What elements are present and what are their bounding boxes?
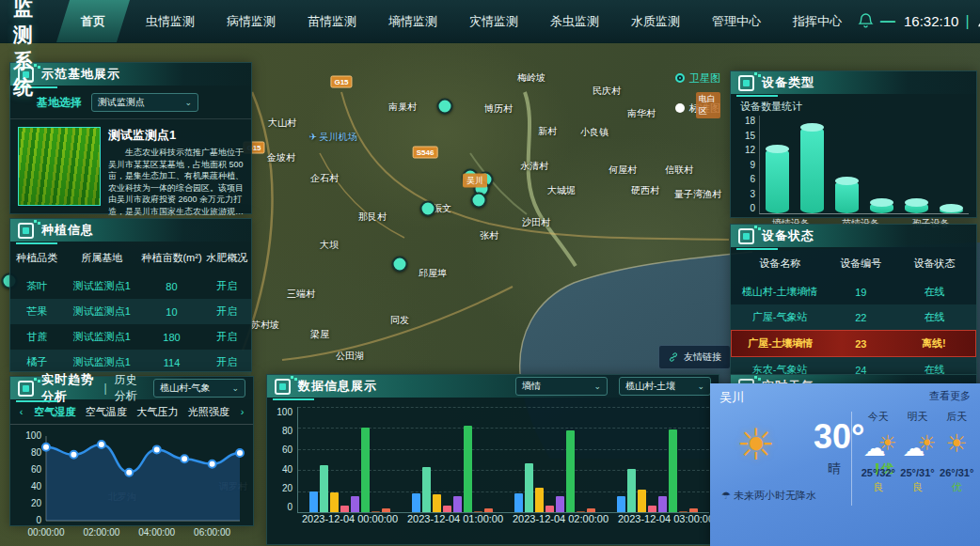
nav-item[interactable]: 病情监测: [211, 0, 292, 42]
air-quality: 良: [898, 480, 938, 494]
chain-link-icon: [668, 351, 679, 363]
panel-device-type: 设备类型 设备数量统计 1815129630 墒情设备苗情设备孢子设备: [730, 70, 977, 218]
data-bar: [535, 488, 544, 512]
panel-data-info: 数据信息展示 墒情 ⌄ 榄山村-土壤 ⌄ 100806040200 2023-1…: [266, 374, 719, 545]
spot-description: 生态农业科技示范推广基地位于吴川市某某区某基地，占地面积 500 亩，是集生态加…: [108, 147, 244, 218]
data-bar: [514, 493, 523, 512]
panel-corner-icon: [738, 228, 754, 244]
data-bar: [587, 508, 595, 512]
trend-tab[interactable]: 光照强度: [184, 405, 234, 419]
device-marker[interactable]: [392, 257, 408, 273]
device-count-bar: [940, 208, 963, 213]
map-city-badge: 吴川: [463, 174, 487, 188]
map-place-label: 大城堀: [547, 184, 576, 197]
map-place-label: 大坝: [320, 239, 339, 252]
map-place-label: 那艮村: [358, 211, 387, 224]
base-content: 测试监测点1 生态农业科技示范推广基地位于吴川市某某区某基地，占地面积 500 …: [10, 119, 251, 226]
friend-link-button[interactable]: 友情链接: [658, 345, 731, 369]
nav-item[interactable]: 管理中心: [696, 0, 777, 42]
radio-selected-icon: [675, 73, 685, 83]
map-place-label: 南巢村: [388, 101, 417, 114]
history-analysis-link[interactable]: 历史分析: [115, 372, 146, 404]
cloud-icon: ☁: [863, 435, 886, 461]
data-bar: [320, 465, 328, 512]
spot-title: 测试监测点1: [108, 127, 244, 144]
svg-text:20: 20: [31, 498, 42, 508]
nav-item[interactable]: 指挥中心: [777, 0, 858, 42]
data-bar-chart: 100806040200: [267, 398, 719, 513]
air-quality: 良: [859, 480, 898, 494]
app-root: 梅岭坡民庆村南巢村博历村南华村大山村新村小良镇✈ 吴川机场金坡村永清村何屋村信联…: [0, 0, 980, 546]
data-bar: [669, 429, 677, 512]
panel-corner-icon: [275, 379, 291, 395]
tabs-prev-arrow[interactable]: ‹: [14, 405, 28, 419]
base-select[interactable]: 测试监测点 ⌄: [91, 93, 198, 112]
layer-option-satellite[interactable]: 卫星图: [675, 70, 720, 86]
trend-tab[interactable]: 空气温度: [82, 405, 132, 419]
nav-item[interactable]: 虫情监测: [130, 0, 211, 42]
map-place-label: 企石村: [310, 172, 339, 185]
app-title: 农业监测系统: [0, 0, 56, 101]
current-temperature: 30°: [814, 417, 864, 457]
svg-text:40: 40: [31, 481, 42, 491]
collapse-dash-icon[interactable]: —: [880, 13, 895, 30]
device-marker[interactable]: [420, 201, 436, 217]
user-icon: [976, 15, 980, 28]
table-row: 广屋-气象站22在线: [731, 304, 976, 330]
svg-text:80: 80: [31, 447, 42, 458]
data-bar: [330, 492, 339, 512]
bar-group: [504, 407, 607, 512]
trend-station-select[interactable]: 榄山村-气象 ⌄: [153, 379, 245, 398]
bar-group: [607, 407, 709, 512]
nav-item[interactable]: 灾情监测: [453, 0, 534, 42]
data-type-select[interactable]: 墒情 ⌄: [515, 377, 608, 396]
trend-line-chart: 02040608010000:00:0002:00:0004:00:0006:0…: [16, 427, 247, 545]
clock: 16:32:10: [904, 13, 958, 29]
road-badge: S546: [413, 147, 438, 159]
radio-unselected-icon: [675, 103, 685, 113]
map-place-label: 邱屋埠: [419, 267, 447, 280]
data-bar: [474, 511, 482, 512]
trend-tab[interactable]: 大气压力: [133, 405, 182, 419]
data-bar: [351, 496, 359, 512]
device-marker[interactable]: [471, 193, 487, 209]
nav-item[interactable]: 水质监测: [615, 0, 696, 42]
svg-text:100: 100: [25, 430, 41, 441]
bell-icon[interactable]: [858, 13, 874, 29]
tabs-next-arrow[interactable]: ›: [235, 405, 249, 419]
table-row: 茶叶测试监测点180开启: [10, 273, 251, 299]
nav-item[interactable]: 墒情监测: [372, 0, 453, 42]
map-place-label: 同发: [390, 314, 409, 327]
data-bar: [689, 508, 698, 512]
device-count-bar: [766, 148, 789, 213]
data-bar: [340, 506, 349, 512]
data-station-select[interactable]: 榄山村-土壤 ⌄: [619, 377, 711, 396]
user-menu[interactable]: wuchuan@test ▼: [976, 14, 980, 28]
panel-header: 种植信息: [10, 219, 251, 242]
nav-item[interactable]: 首页: [56, 0, 130, 42]
forecast-columns: 今天☀☁25°/32°良明天☀☁25°/31°良后天☀26°/31°优: [859, 410, 976, 494]
data-bar: [371, 511, 380, 512]
data-bar: [617, 496, 625, 512]
trend-tab[interactable]: 空气湿度: [30, 405, 80, 419]
chevron-down-icon: ⌄: [697, 382, 704, 391]
sun-icon: ☀: [736, 423, 775, 466]
nav-item[interactable]: 杀虫监测: [534, 0, 615, 42]
weather-more-link[interactable]: 查看更多: [929, 389, 971, 403]
nav-item[interactable]: 苗情监测: [292, 0, 372, 42]
bar-group: [401, 407, 503, 512]
device-marker[interactable]: [437, 99, 453, 115]
device-count-bar: [800, 127, 824, 213]
svg-text:02:00:00: 02:00:00: [83, 527, 119, 538]
panel-planting-info: 种植信息 种植品类所属基地种植亩数(m²)水肥概况茶叶测试监测点180开启芒果测…: [9, 218, 252, 372]
bar-group: [298, 407, 401, 512]
chevron-down-icon: ⌄: [231, 383, 239, 393]
map-place-label: 博历村: [484, 102, 513, 116]
header-right: — 16:32:10 | wuchuan@test ▼: [858, 13, 980, 30]
divider: |: [965, 13, 969, 30]
chevron-down-icon: ⌄: [593, 382, 601, 391]
map-area-label: 电白区: [696, 92, 720, 118]
map-place-label: 梁屋: [310, 328, 329, 341]
data-bar: [464, 426, 472, 512]
data-bar: [525, 463, 533, 512]
